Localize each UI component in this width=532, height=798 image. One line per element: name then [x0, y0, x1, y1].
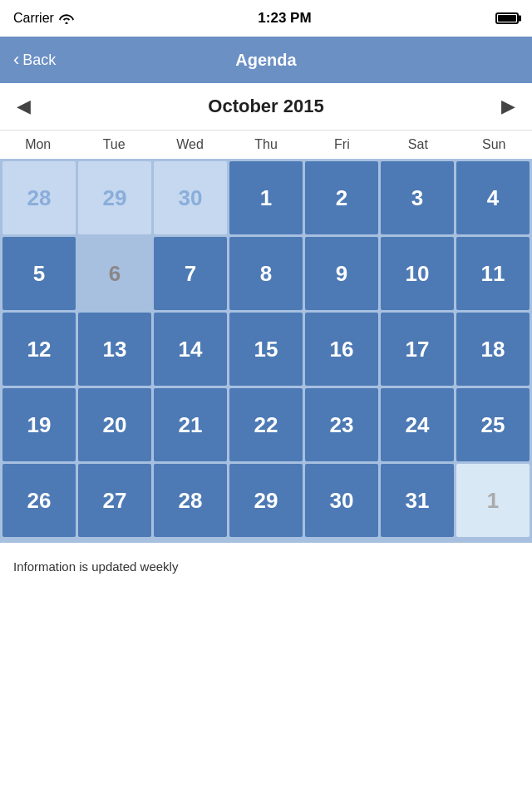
cal-day-3-3[interactable]: 22 [229, 388, 303, 461]
day-header-wed: Wed [152, 131, 228, 159]
cal-day-1-1[interactable]: 6 [78, 237, 151, 310]
nav-title: Agenda [235, 51, 296, 70]
cal-day-0-1[interactable]: 29 [78, 161, 151, 234]
wifi-icon [59, 12, 74, 24]
back-label: Back [22, 52, 56, 69]
cal-day-3-1[interactable]: 20 [78, 388, 151, 461]
carrier-label: Carrier [13, 11, 54, 26]
cal-day-3-0[interactable]: 19 [2, 388, 76, 461]
calendar-grid: 2829301234567891011121314151617181920212… [0, 159, 532, 539]
next-month-button[interactable]: ▶ [485, 89, 532, 124]
cal-day-4-0[interactable]: 26 [2, 464, 76, 537]
calendar-container: ◀ October 2015 ▶ MonTueWedThuFriSatSun 2… [0, 83, 532, 543]
cal-day-1-5[interactable]: 10 [381, 237, 454, 310]
cal-day-2-0[interactable]: 12 [2, 313, 76, 386]
footer: Information is updated weekly [0, 543, 532, 590]
day-header-sun: Sun [456, 131, 532, 159]
cal-day-3-4[interactable]: 23 [305, 388, 378, 461]
footer-text: Information is updated weekly [13, 559, 178, 574]
month-title: October 2015 [208, 96, 323, 117]
cal-day-0-5[interactable]: 3 [381, 161, 454, 234]
status-right [495, 12, 519, 24]
status-time: 1:23 PM [74, 10, 495, 27]
cal-day-1-3[interactable]: 8 [229, 237, 303, 310]
cal-day-0-4[interactable]: 2 [305, 161, 378, 234]
day-header-sat: Sat [380, 131, 456, 159]
prev-month-button[interactable]: ◀ [0, 89, 47, 124]
cal-day-2-6[interactable]: 18 [456, 313, 530, 386]
day-header-fri: Fri [304, 131, 380, 159]
cal-day-2-4[interactable]: 16 [305, 313, 378, 386]
cal-day-3-6[interactable]: 25 [456, 388, 530, 461]
cal-day-1-2[interactable]: 7 [154, 237, 227, 310]
cal-day-4-3[interactable]: 29 [229, 464, 303, 537]
cal-day-2-3[interactable]: 15 [229, 313, 303, 386]
status-bar: Carrier 1:23 PM [0, 0, 532, 37]
month-header: ◀ October 2015 ▶ [0, 83, 532, 130]
cal-day-3-5[interactable]: 24 [381, 388, 454, 461]
cal-day-3-2[interactable]: 21 [154, 388, 227, 461]
cal-day-4-4[interactable]: 30 [305, 464, 378, 537]
cal-day-0-0[interactable]: 28 [2, 161, 76, 234]
cal-day-2-5[interactable]: 17 [381, 313, 454, 386]
cal-day-4-2[interactable]: 28 [154, 464, 227, 537]
cal-day-1-4[interactable]: 9 [305, 237, 378, 310]
back-button[interactable]: ‹ Back [13, 51, 56, 69]
cal-day-0-3[interactable]: 1 [229, 161, 303, 234]
cal-day-4-6[interactable]: 1 [456, 464, 530, 537]
cal-day-2-2[interactable]: 14 [154, 313, 227, 386]
battery-icon [495, 12, 519, 24]
cal-day-0-2[interactable]: 30 [154, 161, 227, 234]
cal-day-4-1[interactable]: 27 [78, 464, 151, 537]
status-left: Carrier [13, 11, 74, 26]
day-header-thu: Thu [228, 131, 303, 159]
nav-bar: ‹ Back Agenda [0, 37, 532, 83]
cal-day-4-5[interactable]: 31 [381, 464, 454, 537]
cal-day-1-0[interactable]: 5 [2, 237, 76, 310]
cal-day-2-1[interactable]: 13 [78, 313, 151, 386]
cal-day-0-6[interactable]: 4 [456, 161, 530, 234]
back-chevron-icon: ‹ [13, 51, 19, 69]
day-headers-row: MonTueWedThuFriSatSun [0, 130, 532, 159]
day-header-mon: Mon [0, 131, 76, 159]
day-header-tue: Tue [76, 131, 151, 159]
cal-day-1-6[interactable]: 11 [456, 237, 530, 310]
